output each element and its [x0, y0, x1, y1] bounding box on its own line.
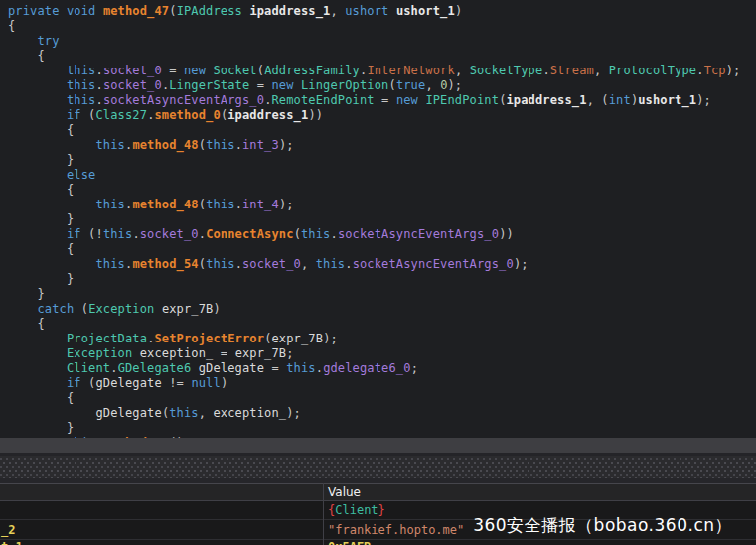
- locals-header-row: Value: [0, 484, 756, 501]
- code-line: {: [8, 317, 756, 332]
- locals-row[interactable]: t_10x5AEB: [0, 540, 756, 545]
- code-line: {: [8, 183, 756, 198]
- locals-row-name: _2: [0, 523, 323, 537]
- code-line: {: [8, 19, 756, 34]
- code-line: this.method_54(this.socket_0, this.socke…: [8, 257, 756, 272]
- code-editor[interactable]: private void method_47(IPAddress ipaddre…: [0, 0, 756, 438]
- code-line: catch (Exception expr_7B): [8, 302, 756, 317]
- code-line: private void method_47(IPAddress ipaddre…: [8, 4, 756, 19]
- code-line: }: [8, 272, 756, 287]
- code-line: this.method_48(this.int_4);: [8, 198, 756, 212]
- collapsed-panel-grip[interactable]: [0, 456, 756, 478]
- code-line: }: [8, 421, 756, 436]
- locals-row-value: "frankief.hopto.me": [323, 523, 464, 537]
- column-resize-handle[interactable]: [323, 483, 324, 545]
- locals-row-value: 0x5AEB: [323, 540, 371, 545]
- code-line: }: [8, 153, 756, 168]
- code-line: Client.GDelegate6 gDelegate = this.gdele…: [8, 361, 756, 376]
- locals-row-value: {Client}: [323, 503, 385, 517]
- code-line: }: [8, 287, 756, 302]
- code-line: else: [8, 168, 756, 183]
- code-line: }: [8, 212, 756, 227]
- code-line: Exception exception_ = expr_7B;: [8, 346, 756, 361]
- value-column-header[interactable]: Value: [328, 485, 361, 499]
- code-line: this.socket_0.LingerState = new LingerOp…: [8, 78, 756, 93]
- code-line: {: [8, 49, 756, 64]
- code-line: ProjectData.SetProjectError(expr_7B);: [8, 332, 756, 346]
- code-line: if (!this.socket_0.ConnectAsync(this.soc…: [8, 227, 756, 242]
- locals-row-name: t_1: [0, 540, 323, 545]
- code-line: if (Class27.smethod_0(ipaddress_1)): [8, 108, 756, 123]
- code-line: this.socket_0 = new Socket(AddressFamily…: [8, 64, 756, 78]
- code-line: if (gDelegate != null): [8, 376, 756, 391]
- code-line: try: [8, 34, 756, 49]
- code-line: {: [8, 391, 756, 406]
- code-line: this.method_48(this.int_3);: [8, 138, 756, 153]
- code-line: gDelegate(this, exception_);: [8, 406, 756, 421]
- code-line: this.socketAsyncEventArgs_0.RemoteEndPoi…: [8, 93, 756, 108]
- code-line: {: [8, 123, 756, 138]
- watermark-text: 360安全播报（bobao.360.cn）: [473, 514, 732, 537]
- panel-splitter[interactable]: [0, 438, 756, 453]
- code-line: {: [8, 242, 756, 257]
